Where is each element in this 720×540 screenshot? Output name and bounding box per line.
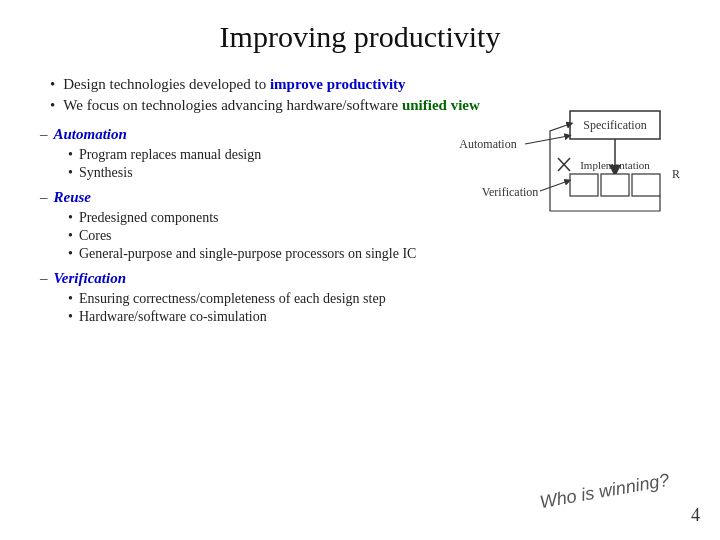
verification-item-2-text: Hardware/software co-simulation: [79, 309, 267, 325]
automation-sub-bullets: • Program replaces manual design • Synth…: [40, 147, 450, 181]
reuse-title: Reuse: [54, 189, 92, 206]
section-reuse: – Reuse • Predesigned components • Cores…: [40, 189, 450, 262]
bullet-icon: •: [68, 210, 73, 226]
verification-item-2: • Hardware/software co-simulation: [68, 309, 450, 325]
bullet-1-before: Design technologies developed to: [63, 76, 270, 92]
bullet-icon: •: [68, 291, 73, 307]
left-content: – Automation • Program replaces manual d…: [40, 126, 450, 333]
reuse-item-2: • Cores: [68, 228, 450, 244]
bullet-1: • Design technologies developed to impro…: [50, 76, 680, 93]
svg-text:Reuse: Reuse: [672, 167, 680, 181]
dash-verification: –: [40, 270, 48, 287]
verification-title: Verification: [54, 270, 127, 287]
automation-item-2-text: Synthesis: [79, 165, 133, 181]
winning-text: Who is winning?: [538, 470, 671, 513]
reuse-item-1: • Predesigned components: [68, 210, 450, 226]
verification-item-1-text: Ensuring correctness/completeness of eac…: [79, 291, 386, 307]
section-automation: – Automation • Program replaces manual d…: [40, 126, 450, 181]
svg-text:Automation: Automation: [459, 137, 516, 151]
reuse-item-2-text: Cores: [79, 228, 112, 244]
design-diagram: Specification Automation Implementation …: [450, 106, 680, 236]
diagram-svg: Specification Automation Implementation …: [450, 106, 680, 246]
automation-title: Automation: [54, 126, 127, 143]
bullet-icon-1: •: [50, 76, 55, 93]
bullet-1-highlight: improve productivity: [270, 76, 406, 92]
bullet-icon-2: •: [50, 97, 55, 114]
svg-rect-7: [632, 174, 660, 196]
automation-header: – Automation: [40, 126, 450, 143]
svg-text:Verification: Verification: [482, 185, 539, 199]
bullet-2-text: We focus on technologies advancing hardw…: [63, 97, 480, 114]
content-area: – Automation • Program replaces manual d…: [40, 126, 680, 333]
reuse-sub-bullets: • Predesigned components • Cores • Gener…: [40, 210, 450, 262]
page-number: 4: [691, 505, 700, 526]
slide: Improving productivity • Design technolo…: [0, 0, 720, 540]
svg-rect-6: [601, 174, 629, 196]
reuse-item-3-text: General-purpose and single-purpose proce…: [79, 246, 416, 262]
bullet-icon: •: [68, 228, 73, 244]
bullet-icon: •: [68, 309, 73, 325]
bullet-1-text: Design technologies developed to improve…: [63, 76, 405, 93]
reuse-item-3: • General-purpose and single-purpose pro…: [68, 246, 450, 262]
dash-reuse: –: [40, 189, 48, 206]
svg-line-4: [525, 136, 568, 144]
dash-automation: –: [40, 126, 48, 143]
automation-item-1-text: Program replaces manual design: [79, 147, 261, 163]
automation-item-1: • Program replaces manual design: [68, 147, 450, 163]
automation-item-2: • Synthesis: [68, 165, 450, 181]
svg-line-11: [540, 181, 568, 191]
reuse-item-1-text: Predesigned components: [79, 210, 219, 226]
bullet-icon: •: [68, 246, 73, 262]
section-verification: – Verification • Ensuring correctness/co…: [40, 270, 450, 325]
svg-text:Implementation: Implementation: [580, 159, 650, 171]
bullet-icon: •: [68, 165, 73, 181]
reuse-header: – Reuse: [40, 189, 450, 206]
svg-text:Specification: Specification: [583, 118, 646, 132]
verification-header: – Verification: [40, 270, 450, 287]
slide-title: Improving productivity: [40, 20, 680, 54]
verification-item-1: • Ensuring correctness/completeness of e…: [68, 291, 450, 307]
bullet-2-before: We focus on technologies advancing hardw…: [63, 97, 402, 113]
bullet-icon: •: [68, 147, 73, 163]
verification-sub-bullets: • Ensuring correctness/completeness of e…: [40, 291, 450, 325]
svg-rect-5: [570, 174, 598, 196]
